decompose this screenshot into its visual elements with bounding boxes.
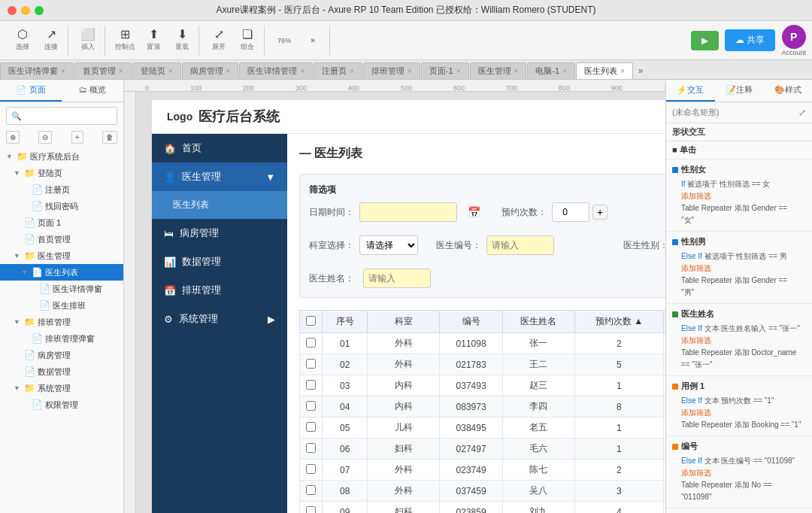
- tab-close[interactable]: ×: [514, 67, 519, 75]
- header-appoint[interactable]: 预约次数 ▲: [574, 311, 663, 333]
- table-row[interactable]: 05 儿科 038495 老五 1 在岗 男: [300, 417, 666, 439]
- rp-tab-style[interactable]: 🎨 样式: [763, 80, 812, 102]
- tab-close[interactable]: ×: [226, 67, 231, 75]
- tab-doctor-mgmt2[interactable]: 医生管理×: [470, 62, 527, 79]
- tab-home-mgmt[interactable]: 首页管理×: [74, 62, 132, 79]
- tab-close[interactable]: ×: [168, 67, 173, 75]
- canvas-inner[interactable]: Logo 医疗后台系统 🏠 首页 👤: [136, 92, 665, 513]
- tree-collapse-btn[interactable]: ⊖: [38, 131, 52, 144]
- tab-more[interactable]: »: [634, 62, 648, 79]
- row-checkbox[interactable]: [300, 417, 323, 439]
- tree-shift-mgmt[interactable]: ▼ 📁 排班管理: [0, 314, 123, 330]
- account-avatar[interactable]: P: [782, 25, 806, 49]
- header-status[interactable]: 状态 ▲: [664, 311, 666, 333]
- tab-close[interactable]: ×: [61, 67, 65, 75]
- more-tools[interactable]: »: [299, 26, 326, 56]
- row-select[interactable]: [306, 485, 316, 495]
- tab-overview[interactable]: 🗂 概览: [62, 80, 123, 102]
- tab-pages[interactable]: 📄 页面: [0, 80, 62, 102]
- tree-expand-btn[interactable]: ⊕: [6, 131, 20, 144]
- tree-home-mgmt[interactable]: 📄 首页管理: [0, 231, 123, 247]
- tab-login[interactable]: 登陆页×: [132, 62, 181, 79]
- tab-close[interactable]: ×: [456, 67, 461, 75]
- close-btn[interactable]: [8, 6, 17, 15]
- table-row[interactable]: 02 外科 021783 王二 5 在岗 女: [300, 354, 666, 375]
- tab-computer[interactable]: 电脑-1×: [527, 62, 575, 79]
- row-select[interactable]: [306, 464, 316, 474]
- zoom-control[interactable]: 76%: [271, 26, 298, 56]
- row-select[interactable]: [306, 338, 316, 348]
- table-row[interactable]: 04 内科 083973 李四 8 在岗 男: [300, 396, 666, 417]
- maximize-btn[interactable]: [35, 6, 44, 15]
- tab-close[interactable]: ×: [300, 67, 304, 75]
- tree-login-group[interactable]: ▼ 📁 登陆页: [0, 165, 123, 181]
- tree-doctor-detail[interactable]: 📄 医生详情弹窗: [0, 281, 123, 297]
- page-search-input[interactable]: [6, 107, 117, 125]
- row-select[interactable]: [306, 401, 316, 411]
- row-select[interactable]: [306, 443, 316, 453]
- tab-close[interactable]: ×: [562, 67, 567, 75]
- table-row[interactable]: 01 外科 011098 张一 2 在岗 男: [300, 333, 666, 354]
- id-input[interactable]: [486, 235, 554, 255]
- nav-ward-mgmt[interactable]: 🛏 病房管理: [152, 219, 287, 247]
- tree-register[interactable]: 📄 注册页: [0, 181, 123, 198]
- row-select[interactable]: [306, 359, 316, 369]
- table-row[interactable]: 06 妇科 027497 毛六 1 在岗 男: [300, 439, 666, 460]
- tab-page1[interactable]: 页面-1×: [421, 62, 469, 79]
- control-point-tool[interactable]: ⊞ 控制点: [111, 26, 138, 56]
- share-button[interactable]: ☁ 共享: [725, 29, 775, 51]
- tab-doctor-detail[interactable]: 医生详情弹窗×: [0, 62, 74, 79]
- tree-page1[interactable]: 📄 页面 1: [0, 214, 123, 231]
- minimize-btn[interactable]: [21, 6, 30, 15]
- tree-doctor-shift[interactable]: 📄 医生排班: [0, 297, 123, 314]
- rp-tab-note[interactable]: 📝 注释: [715, 80, 764, 102]
- row-select[interactable]: [306, 506, 316, 514]
- tree-forgot-password[interactable]: 📄 找回密码: [0, 198, 123, 214]
- row-checkbox[interactable]: [300, 460, 323, 481]
- nav-sys-mgmt[interactable]: ⚙ 系统管理 ▶: [152, 305, 287, 333]
- preview-button[interactable]: ▶: [691, 31, 719, 50]
- tab-doctor-list[interactable]: 医生列表×: [576, 62, 633, 79]
- table-row[interactable]: 07 外科 023749 陈七 2 在岗 男: [300, 460, 666, 481]
- combine-tool[interactable]: ❏ 组合: [234, 26, 261, 56]
- nav-shift-mgmt[interactable]: 📅 排班管理: [152, 276, 287, 305]
- row-checkbox[interactable]: [300, 439, 323, 460]
- tab-ward[interactable]: 病房管理×: [182, 62, 239, 79]
- row-checkbox[interactable]: [300, 333, 323, 354]
- row-select[interactable]: [306, 380, 316, 390]
- date-input[interactable]: [359, 202, 457, 222]
- row-checkbox[interactable]: [300, 375, 323, 396]
- tab-close[interactable]: ×: [408, 67, 412, 75]
- expand-button[interactable]: ⤢: [798, 108, 806, 118]
- tab-close[interactable]: ×: [119, 67, 123, 75]
- tab-doctor-mgmt[interactable]: 医生详情管理×: [239, 62, 313, 79]
- connect-tool[interactable]: ↗ 连接: [38, 26, 65, 56]
- tree-root[interactable]: ▼ 📁 医疗系统后台: [0, 148, 123, 165]
- appoint-input[interactable]: [552, 202, 589, 222]
- table-row[interactable]: 09 妇科 023859 刘九 4 休假 女: [300, 502, 666, 514]
- rp-tab-interaction[interactable]: ⚡ 交互: [666, 80, 715, 102]
- dept-select[interactable]: 请选择 外科 内科 儿科 妇科 耳鼻喉科: [359, 235, 418, 255]
- tab-close[interactable]: ×: [350, 67, 354, 75]
- select-all-checkbox[interactable]: [306, 316, 316, 326]
- expand-tool[interactable]: ⤢ 展开: [205, 26, 232, 56]
- tree-doctor-list[interactable]: ▼ 📄 医生列表: [0, 264, 123, 281]
- tree-delete-btn[interactable]: 🗑: [102, 131, 117, 144]
- table-row[interactable]: 03 内科 037493 赵三 1 休假 男: [300, 375, 666, 396]
- tree-doctor-mgmt[interactable]: ▼ 📁 医生管理: [0, 247, 123, 264]
- row-checkbox[interactable]: [300, 481, 323, 502]
- insert-tool[interactable]: ⬜ 插入: [74, 26, 102, 56]
- nav-data-mgmt[interactable]: 📊 数据管理: [152, 247, 287, 276]
- tab-register[interactable]: 注册页×: [314, 62, 362, 79]
- tree-sys-mgmt[interactable]: ▼ 📁 系统管理: [0, 380, 123, 396]
- nav-doctor-list[interactable]: 医生列表: [152, 191, 287, 219]
- tree-data-mgmt[interactable]: 📄 数据管理: [0, 363, 123, 380]
- row-checkbox[interactable]: [300, 502, 323, 514]
- tree-ward-mgmt[interactable]: 📄 病房管理: [0, 347, 123, 363]
- select-tool[interactable]: ⬡ 选择: [9, 26, 36, 56]
- bring-top-tool[interactable]: ⬆ 置顶: [140, 26, 167, 56]
- tree-shift-popup[interactable]: 📄 排班管理弹窗: [0, 330, 123, 347]
- tab-close-active[interactable]: ×: [620, 67, 625, 75]
- table-row[interactable]: 08 外科 037459 吴八 3 休假 女: [300, 481, 666, 502]
- appoint-increment[interactable]: +: [592, 205, 607, 220]
